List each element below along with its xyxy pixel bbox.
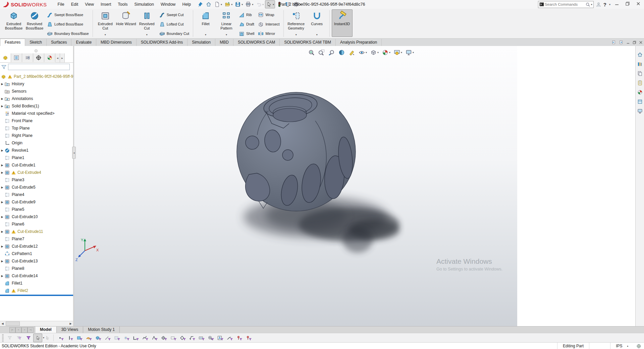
expand-arrow[interactable]: ▶ [0,275,4,278]
print-button[interactable]: ▾ [244,0,254,8]
filter-sketch-points-button[interactable] [121,334,130,342]
filter-solid-bodies-button[interactable] [93,334,102,342]
tree-item-front[interactable]: Front Plane [0,117,73,124]
pane-tab-propertymanager[interactable] [11,53,22,62]
bottom-tab-3d-views[interactable]: 3D Views [57,327,83,333]
draft-button[interactable]: Draft [237,19,256,29]
tab-simulation[interactable]: Simulation [187,39,215,46]
display-style-dropdown-arrow[interactable]: ▾ [377,51,379,54]
tree-item-solid[interactable]: ▶Solid Bodies(1) [0,102,73,110]
help-button[interactable]: ? [603,2,606,7]
filter-weld-symbols-button[interactable] [215,334,224,342]
tree-item-cut-extrude12[interactable]: ▶Cut-Extrude12 [0,243,73,250]
tree-item-plane7[interactable]: Plane7 [0,235,73,243]
status-tag[interactable] [634,343,644,349]
tree-item-cut-extrude4[interactable]: ▶Cut-Extrude4 [0,169,73,176]
tree-item-cut-extrude13[interactable]: ▶Cut-Extrude13 [0,257,73,265]
doc-minimize-button[interactable] [626,41,630,44]
graphics-viewport[interactable]: ▾▾▾▾▾ [74,46,517,326]
tab-mbd-dimensions[interactable]: MBD Dimensions [96,39,137,46]
toggle-all-filters-button[interactable] [24,334,33,342]
search-icon[interactable] [585,2,590,7]
tree-item-revolve1[interactable]: ▶Revolve1 [0,147,73,154]
expand-arrow[interactable]: ▶ [0,260,4,263]
expand-arrow[interactable]: ▶ [0,149,4,152]
tab-evaluate[interactable]: Evaluate [71,39,96,46]
file-explorer-button[interactable] [636,69,644,77]
extruded-cut-dropdown-arrow[interactable]: ▾ [105,33,106,36]
doc-close-button[interactable] [639,41,643,44]
viewport-forward-button[interactable] [619,40,624,45]
tree-item-cut-extrude9[interactable]: ▶Cut-Extrude9 [0,198,73,206]
print-dropdown-arrow[interactable]: ▾ [252,3,253,6]
revolved-cut-dropdown-arrow[interactable]: ▾ [146,33,148,36]
pin-toolbar-button[interactable] [196,0,204,8]
mirror-button[interactable]: Mirror [256,29,281,38]
panel-collapse-handle[interactable] [35,49,38,52]
expand-arrow[interactable]: ▶ [0,230,4,233]
revolved-cut-button[interactable]: Revolved Cut▾ [137,9,157,37]
toggle-selection-filter-toolbar-button[interactable] [5,334,14,342]
lasso-select-button[interactable] [43,334,52,342]
tab-sketch[interactable]: Sketch [25,39,47,46]
filter-vertices-button[interactable] [55,334,64,342]
tree-item-plane1[interactable]: Plane1 [0,154,73,161]
filter-surface-finish-symbols-button[interactable] [177,334,186,342]
reference-geometry-dropdown-arrow[interactable]: ▾ [296,33,297,36]
tree-item-cut-extrude5[interactable]: ▶Cut-Extrude5 [0,184,73,191]
menu-window[interactable]: Window [157,0,179,9]
tree-filter-input[interactable] [8,64,70,70]
filter-datums-button[interactable] [206,334,215,342]
filter-notes-balloons-button[interactable] [196,334,205,342]
fillet-dropdown-arrow[interactable]: ▾ [205,33,206,36]
revolved-boss-base-button[interactable]: Revolved Boss/Base [24,9,45,37]
expand-arrow[interactable]: ▶ [0,245,4,248]
section-view-button[interactable] [337,48,346,57]
open-document-button[interactable]: ▾ [223,0,233,8]
extruded-boss-base-button[interactable]: Extruded Boss/Base [3,9,24,37]
linear-pattern-dropdown-arrow[interactable]: ▾ [226,33,227,36]
hole-wizard-button[interactable]: Hole Wizard [116,9,137,37]
tree-item-annotations[interactable]: ▶Annotations [0,95,73,102]
reference-geometry-button[interactable]: Reference Geometry▾ [286,9,307,37]
menu-insert[interactable]: Insert [97,0,114,9]
filter-planes-button[interactable] [112,334,121,342]
display-style-button[interactable]: ▾ [369,48,380,57]
tree-item-cirpattern1[interactable]: CirPattern1 [0,250,73,257]
expand-arrow[interactable]: ▶ [0,215,4,218]
tab-mbd[interactable]: MBD [215,39,233,46]
undo-dropdown-arrow[interactable]: ▾ [262,3,264,6]
view-palette-button[interactable] [636,79,644,87]
tree-item-cut-extrude10[interactable]: ▶Cut-Extrude10 [0,213,73,220]
lofted-boss-base-button[interactable]: Lofted Boss/Base [45,19,91,29]
tree-item-cut-extrude11[interactable]: ▶Cut-Extrude11 [0,228,73,235]
pane-tab-displaymanager[interactable] [44,53,55,62]
tree-item-plane8[interactable]: Plane8 [0,265,73,272]
tree-item-fillet1[interactable]: Fillet1 [0,280,73,287]
model-tab-nav-2[interactable]: > [21,327,28,333]
tree-item-material[interactable]: Material <not specified> [0,110,73,117]
save-dropdown-arrow[interactable]: ▾ [241,3,243,6]
tree-item-plane4[interactable]: Plane4 [0,191,73,198]
window-restore-button[interactable] [623,0,632,9]
wrap-button[interactable]: Wrap [256,10,281,19]
swept-boss-base-button[interactable]: Swept Boss/Base [45,10,91,19]
filter-routing-points-button[interactable] [243,334,252,342]
intersect-button[interactable]: Intersect [256,19,281,29]
model-tab-nav-0[interactable]: |< [9,327,15,333]
file-properties-button[interactable] [284,0,292,8]
hide-show-items-dropdown-arrow[interactable]: ▾ [366,51,367,54]
filter-edges-button[interactable] [65,334,74,342]
expand-arrow[interactable]: ▶ [0,105,4,108]
panel-splitter-handle[interactable]: ◂ [72,147,76,159]
tree-item-cut-extrude14[interactable]: ▶Cut-Extrude14 [0,272,73,280]
search-dropdown-arrow[interactable]: ▾ [591,3,592,6]
filter-center-marks-button[interactable] [149,334,158,342]
filter-dowel-pins-button[interactable] [224,334,233,342]
previous-view-button[interactable] [327,48,336,57]
filter-sketch-segments-button[interactable] [130,334,140,342]
tree-item-right[interactable]: Right Plane [0,132,73,139]
tab-solidworks-cam-tbm[interactable]: SOLIDWORKS CAM TBM [280,39,336,46]
zoom-to-area-button[interactable] [317,48,326,57]
select-button[interactable]: ▾ [265,0,275,8]
